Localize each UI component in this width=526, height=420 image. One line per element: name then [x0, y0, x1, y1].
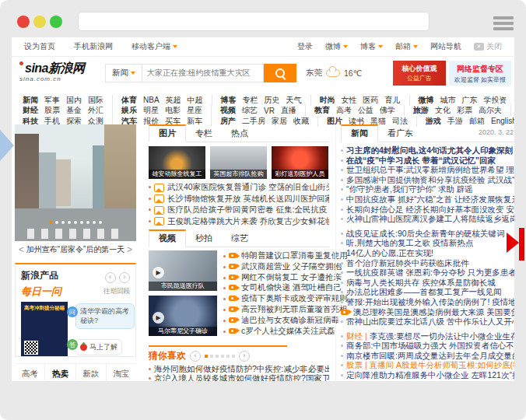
photo-list-item[interactable]: 武汉40家医院恢复普通门诊 空荡的旧金山街头: [149, 181, 329, 193]
nav-link[interactable]: 公益: [358, 105, 373, 116]
news-headline[interactable]: 病毒与人类长期共存 疾控体系是防御长城: [341, 278, 514, 288]
photo-list-item[interactable]: 王俊凯定格弹跳大片来袭 乔欣复古少女鲜花妆: [149, 215, 329, 227]
close-toolbar-button[interactable]: ✕ 关闭: [474, 41, 502, 52]
video-list-item[interactable]: 网红不倒翁复工 女子遭抢亲: [223, 272, 348, 283]
left-bottom-tab[interactable]: 新款: [75, 364, 106, 381]
guess-dot[interactable]: [216, 355, 219, 358]
news-headline[interactable]: 警报:开始出现被境外输入传染的病例了! 疫情地图: [341, 297, 514, 307]
news-headline[interactable]: 习主席的4封慰问电,这4句话尤其令人印象深刻: [341, 145, 514, 156]
photo-section-tab[interactable]: 热点: [222, 124, 258, 142]
nav-link[interactable]: 英超: [166, 95, 181, 106]
nav-link[interactable]: 体育: [112, 95, 137, 106]
guess-list-item[interactable]: 海外同胞如何做好疫情防护?中疾控:减少非必要出行: [149, 365, 329, 374]
nav-link[interactable]: 外汇: [88, 105, 103, 116]
photo-thumbnail[interactable]: 彩灯送别医护人员: [272, 146, 328, 179]
nav-link[interactable]: 城市: [440, 95, 456, 106]
news-headline[interactable]: 火神山雷神山医院离汉参建工人将陆续返乡返岗: [341, 214, 514, 224]
guess-next-icon[interactable]: ›: [239, 351, 250, 362]
carousel-dot[interactable]: [74, 221, 77, 224]
nav-link[interactable]: 佛学: [380, 105, 395, 116]
photo-section-tab[interactable]: 专栏: [186, 124, 222, 142]
video-list-item[interactable]: 迪巴拉与女友确诊新冠病毒: [223, 315, 348, 326]
toolbar-link[interactable]: 网站导航: [430, 41, 461, 52]
answer-bubble[interactable]: 马上了解: [75, 339, 122, 355]
nav-link[interactable]: 博客: [212, 95, 237, 106]
weather-widget[interactable]: 东莞 16℃: [306, 68, 362, 79]
news-tab[interactable]: 看广东: [378, 124, 423, 142]
gaokao-poster[interactable]: 高考冲刺提分秘籍: [21, 302, 68, 357]
news-headline[interactable]: 财经 | 李克强:要想尽一切办法让中小微企业生存下来: [341, 331, 514, 341]
nav-link[interactable]: 广东: [462, 95, 478, 106]
products-next-icon[interactable]: ›: [119, 272, 130, 283]
nav-link[interactable]: VR: [264, 107, 275, 115]
news-headline[interactable]: 商务部:中国市场磁吸力强大 外国投资者信心不会变: [341, 341, 514, 351]
carousel-caption[interactable]: 加州宣布“居家令”后的第一天: [26, 244, 125, 255]
video-section-tab[interactable]: 综艺: [222, 229, 258, 247]
news-headline[interactable]: “你守护患者,我们守护你” 求助 辟谣: [341, 184, 514, 194]
nav-link[interactable]: 财经: [23, 105, 38, 116]
video-list-item[interactable]: 女司机偷快递 酒驾吐槽自己: [223, 282, 348, 293]
nav-link[interactable]: 基金: [66, 105, 82, 116]
news-headline[interactable]: 股票 | 直播间 A股最牛分析师荀玉根:如何抄底(答疑): [341, 360, 514, 370]
news-tab[interactable]: 新闻: [341, 124, 378, 142]
carousel-dot[interactable]: [61, 221, 65, 224]
toolbar-link[interactable]: 手机新浪网: [74, 41, 113, 52]
carousel-dot[interactable]: [99, 221, 102, 224]
url-bar[interactable]: [78, 12, 430, 31]
search-category-select[interactable]: 新闻: [105, 64, 142, 82]
nav-link[interactable]: 医药: [363, 95, 379, 106]
nav-link[interactable]: 国际: [88, 95, 103, 106]
nav-link[interactable]: 文化: [435, 105, 451, 116]
video-list-item[interactable]: 疫情下奥斯卡或改变评审规则: [223, 293, 348, 304]
left-bottom-tab[interactable]: 淘宝: [106, 364, 136, 381]
close-window-button[interactable]: [17, 16, 30, 28]
news-headline[interactable]: 定向降准助力精准服务中小微企业 左晖121次“撤退”: [341, 370, 514, 380]
nav-link[interactable]: 中超: [188, 95, 203, 106]
news-headline[interactable]: 一线抗疫群英谱 张恩莉:争分夺秒 只为更多患者康复: [341, 268, 514, 278]
news-headline[interactable]: 战疫见证成长:90后央企新青年的硬核关键词: [341, 229, 514, 239]
carousel-dot[interactable]: [68, 221, 71, 224]
guess-list-item[interactable]: 京沪入境人员较多城市如何做好疫情防控?国家卫健委: [149, 374, 329, 382]
photo-thumbnail[interactable]: 英国超市排队抢购: [210, 146, 267, 179]
nav-link[interactable]: 电影: [165, 105, 181, 116]
nav-link[interactable]: 娱乐: [112, 105, 137, 116]
nav-link[interactable]: 高尔夫: [479, 105, 502, 116]
nav-link[interactable]: 国内: [66, 95, 82, 106]
video-list-item[interactable]: 高云翔被判无罪后董璇首亮相: [223, 304, 348, 315]
nav-link[interactable]: 教育: [305, 105, 330, 116]
video-section-tab[interactable]: 秒拍: [186, 229, 222, 247]
video-thumbnail[interactable]: ▶ 马尔蒂尼父子确诊: [149, 296, 217, 336]
left-bottom-tab[interactable]: 热卖: [44, 364, 75, 381]
nav-link[interactable]: 理财: [510, 105, 514, 116]
nav-link[interactable]: 新闻: [23, 95, 38, 106]
carousel-dot[interactable]: [55, 221, 58, 224]
network-supervision-banner[interactable]: 网络监督专区 欢迎监督 如实举报: [449, 61, 511, 86]
nav-link[interactable]: 专栏: [243, 95, 258, 106]
news-headline[interactable]: 办法总比困难多——首都复工复产一线见闻: [341, 287, 514, 297]
video-section-tab[interactable]: 视频: [149, 229, 186, 247]
guess-dot[interactable]: [232, 355, 235, 358]
nav-link[interactable]: 旅游: [404, 105, 429, 116]
carousel-prev-icon[interactable]: <: [17, 244, 26, 255]
carousel-dot[interactable]: [49, 221, 52, 224]
nav-link[interactable]: 股票: [44, 105, 60, 116]
guess-dot[interactable]: [205, 355, 208, 358]
news-headline[interactable]: 14亿人的心愿,正在实现!: [341, 248, 514, 258]
guess-dot[interactable]: [221, 355, 224, 358]
nav-link[interactable]: NBA: [143, 96, 160, 104]
nav-link[interactable]: 时尚: [310, 95, 335, 106]
carousel-dot[interactable]: [80, 221, 83, 224]
video-thumbnail[interactable]: ▶ 市民跪送医疗队: [149, 250, 217, 291]
carousel-photo[interactable]: [15, 124, 136, 241]
photo-thumbnail[interactable]: 雄安动脉全线复工: [149, 146, 205, 179]
nav-link[interactable]: 军事: [44, 95, 60, 106]
news-headline[interactable]: 听,荆楚大地的复工之歌 疫情新热点: [341, 238, 514, 248]
core-values-ad-banner[interactable]: 核心价值观 公益广告: [393, 61, 446, 86]
toolbar-link[interactable]: 博客: [360, 41, 383, 52]
news-headline[interactable]: 长期向好信心足 经济长期向好基本面没改变 安全复工: [341, 205, 514, 215]
nav-link[interactable]: 星座: [187, 105, 202, 116]
toolbar-link[interactable]: 登录: [297, 41, 313, 52]
products-prev-icon[interactable]: ‹: [105, 272, 116, 283]
video-list-item[interactable]: 特朗普建议口罩消毒重复使用: [223, 250, 348, 261]
nav-link[interactable]: 育儿: [385, 95, 401, 106]
